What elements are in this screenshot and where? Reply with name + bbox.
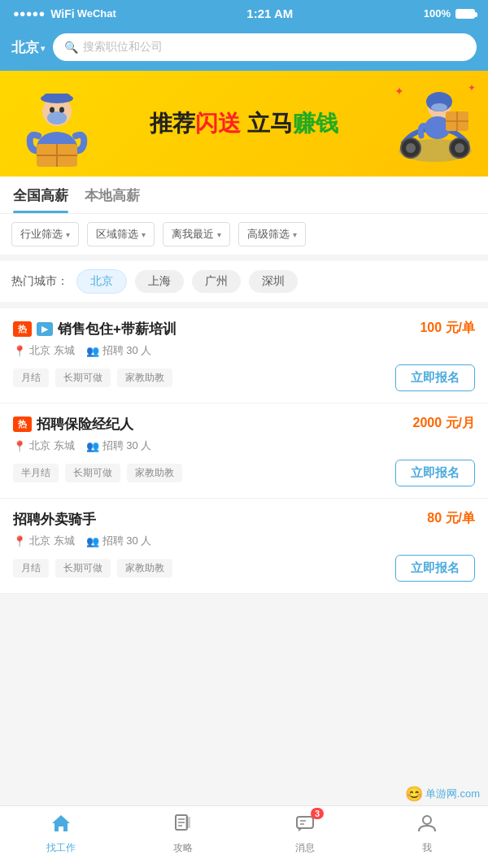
nav-profile-label: 我 <box>422 841 432 855</box>
banner-flash: 闪送 <box>195 111 241 136</box>
nav-message-label: 消息 <box>295 841 315 855</box>
filter-industry[interactable]: 行业筛选 ▾ <box>11 222 79 246</box>
svg-rect-30 <box>297 817 313 828</box>
banner-right-illustration: ✦ ✦ <box>382 71 488 177</box>
carrier-label: WeChat <box>77 7 116 20</box>
job-location: 📍 北京 东城 <box>13 438 75 453</box>
location-icon: 📍 <box>13 535 26 547</box>
city-name: 北京 <box>11 38 39 57</box>
city-chip-guangzhou[interactable]: 广州 <box>192 270 241 293</box>
tab-local[interactable]: 本地高薪 <box>85 186 140 213</box>
filter-nearby[interactable]: 离我最近 ▾ <box>163 222 230 246</box>
nav-find-job[interactable]: 找工作 <box>33 813 89 855</box>
filter-area[interactable]: 区域筛选 ▾ <box>87 222 155 246</box>
people-icon: 👥 <box>86 345 99 357</box>
home-icon <box>50 813 72 839</box>
tag-0: 半月结 <box>13 464 59 482</box>
banner-middle: 立马 <box>241 111 293 136</box>
hot-cities-label: 热门城市： <box>11 274 68 289</box>
nav-profile[interactable]: 我 <box>399 813 455 855</box>
tag-2: 家教助教 <box>127 464 182 482</box>
signal-dots: ●●●●● <box>13 7 45 20</box>
svg-text:✦: ✦ <box>468 82 476 94</box>
job-card-3: 招聘外卖骑手 80 元/单 📍 北京 东城 👥 招聘 30 人 月结 长期可做 … <box>0 499 488 594</box>
banner-prefix: 推荐 <box>150 111 195 136</box>
hot-cities: 热门城市： 北京 上海 广州 深圳 <box>0 261 488 302</box>
svg-rect-29 <box>185 817 190 828</box>
job-card-2: 热 招聘保险经纪人 2000 元/月 📍 北京 东城 👥 招聘 30 人 半月结… <box>0 403 488 499</box>
svg-text:✦: ✦ <box>394 85 404 98</box>
tag-1: 长期可做 <box>65 464 120 482</box>
watermark-text: 单游网.com <box>425 787 480 801</box>
banner[interactable]: ¥ 推荐闪送 立马赚钱 <box>0 71 488 177</box>
book-icon <box>172 813 194 839</box>
nav-strategy[interactable]: 攻略 <box>155 813 211 855</box>
city-chip-beijing[interactable]: 北京 <box>76 269 127 294</box>
watermark: 😊 单游网.com <box>405 785 480 803</box>
search-bar[interactable]: 🔍 搜索职位和公司 <box>53 33 477 61</box>
chevron-down-icon: ▾ <box>41 44 45 53</box>
tag-1: 长期可做 <box>55 559 111 578</box>
job-salary: 2000 元/月 <box>413 415 475 432</box>
job-location: 📍 北京 东城 <box>13 534 75 548</box>
city-chip-shanghai[interactable]: 上海 <box>135 270 184 293</box>
apply-button-1[interactable]: 立即报名 <box>395 364 475 391</box>
chevron-down-icon: ▾ <box>66 230 70 239</box>
search-icon: 🔍 <box>64 41 78 54</box>
banner-earn: 赚钱 <box>293 111 338 136</box>
location-icon: 📍 <box>13 345 26 357</box>
jobs-list: 热 ▶ 销售包住+带薪培训 100 元/单 📍 北京 东城 👥 招聘 30 人 … <box>0 308 488 594</box>
delivery-scooter-icon: ✦ ✦ <box>390 79 480 168</box>
job-card-1: 热 ▶ 销售包住+带薪培训 100 元/单 📍 北京 东城 👥 招聘 30 人 … <box>0 308 488 403</box>
banner-left-illustration: ¥ <box>0 71 114 177</box>
banner-text: 推荐闪送 立马赚钱 <box>150 108 338 139</box>
status-time: 1:21 AM <box>246 7 293 20</box>
tag-2: 家教助教 <box>117 559 172 578</box>
svg-point-18 <box>431 103 447 111</box>
status-battery: 100% <box>424 7 475 20</box>
hot-badge: 热 <box>13 321 32 337</box>
chevron-down-icon: ▾ <box>142 230 146 239</box>
job-title: 招聘外卖骑手 <box>13 510 96 529</box>
svg-point-2 <box>47 111 67 124</box>
svg-point-3 <box>50 107 54 113</box>
apply-button-3[interactable]: 立即报名 <box>395 555 475 582</box>
apply-button-2[interactable]: 立即报名 <box>395 460 475 486</box>
tab-national[interactable]: 全国高薪 <box>13 186 68 213</box>
person-icon <box>416 813 438 839</box>
job-headcount: 👥 招聘 30 人 <box>86 534 152 548</box>
message-badge: 3 <box>311 808 324 819</box>
nav-strategy-label: 攻略 <box>173 841 193 855</box>
tag-0: 月结 <box>13 559 49 578</box>
job-tags-row: 月结 长期可做 家教助教 立即报名 <box>13 555 475 582</box>
status-signal: ●●●●● WiFi WeChat <box>13 7 116 20</box>
svg-text:¥: ¥ <box>28 92 36 106</box>
svg-rect-6 <box>43 94 71 102</box>
job-salary: 80 元/单 <box>427 510 475 527</box>
job-tags-row: 月结 长期可做 家教助教 立即报名 <box>13 364 475 391</box>
job-title: 销售包住+带薪培训 <box>58 320 176 338</box>
nav-find-job-label: 找工作 <box>46 841 76 855</box>
people-icon: 👥 <box>86 440 99 452</box>
city-selector[interactable]: 北京 ▾ <box>11 38 45 57</box>
filter-row: 行业筛选 ▾ 区域筛选 ▾ 离我最近 ▾ 高级筛选 ▾ <box>0 214 488 255</box>
wifi-icon: WiFi <box>50 7 74 20</box>
status-bar: ●●●●● WiFi WeChat 1:21 AM 100% <box>0 0 488 27</box>
tabs-section: 全国高薪 本地高薪 <box>0 177 488 214</box>
battery-icon <box>455 9 475 19</box>
filter-advanced[interactable]: 高级筛选 ▾ <box>238 222 306 246</box>
hot-badge: 热 <box>13 417 32 432</box>
job-headcount: 👥 招聘 30 人 <box>86 343 152 358</box>
bottom-nav: 找工作 攻略 3 消息 <box>0 805 488 868</box>
job-location: 📍 北京 东城 <box>13 343 75 358</box>
chat-icon <box>294 816 316 838</box>
job-tags-row: 半月结 长期可做 家教助教 立即报名 <box>13 460 475 486</box>
chevron-down-icon: ▾ <box>217 230 221 239</box>
svg-point-33 <box>423 816 431 824</box>
city-chip-shenzhen[interactable]: 深圳 <box>249 270 298 293</box>
people-icon: 👥 <box>86 535 99 547</box>
nav-message[interactable]: 3 消息 <box>277 813 333 855</box>
svg-point-13 <box>406 143 416 153</box>
header: 北京 ▾ 🔍 搜索职位和公司 <box>0 27 488 71</box>
tag-0: 月结 <box>13 369 49 387</box>
